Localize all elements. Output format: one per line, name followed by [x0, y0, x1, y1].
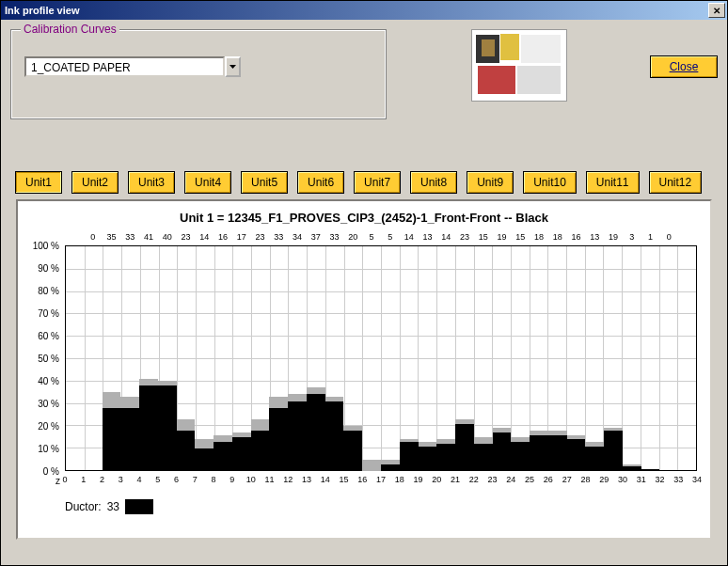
bar-top-label: 19	[497, 232, 506, 242]
close-button[interactable]: Close	[650, 55, 718, 78]
tab-unit6[interactable]: Unit6	[297, 171, 344, 194]
x-tick-label: 12	[283, 475, 293, 484]
x-tick-label: 10	[246, 475, 256, 484]
top-value-labels: 0353341402314161723333437332055141314231…	[65, 232, 697, 244]
bar-top-label: 16	[572, 232, 581, 242]
tab-unit9[interactable]: Unit9	[467, 171, 514, 194]
tab-unit4[interactable]: Unit4	[184, 171, 231, 194]
zone-bar	[548, 245, 567, 471]
zone-bar	[139, 245, 158, 471]
zone-bar	[84, 245, 103, 471]
zone-bar	[307, 245, 325, 471]
bar-top-label: 18	[553, 232, 562, 242]
x-tick-label: 25	[525, 475, 534, 484]
x-tick-label: 21	[451, 475, 460, 484]
zone-bar	[158, 245, 177, 471]
zone-bar	[474, 245, 493, 471]
tab-unit5[interactable]: Unit5	[241, 171, 288, 194]
ink-profile-window: Ink profile view ✕ Calibration Curves 1_…	[0, 0, 728, 566]
x-tick-label: 34	[692, 475, 702, 484]
bar-top-label: 33	[274, 232, 283, 242]
x-tick-label: 15	[339, 475, 348, 484]
x-tick-label: 0	[62, 475, 67, 484]
ductor-display: Ductor: 33	[65, 499, 701, 514]
combo-value[interactable]: 1_COATED PAPER	[24, 56, 225, 77]
bar-top-label: 40	[163, 232, 172, 242]
x-tick-label: 18	[395, 475, 404, 484]
x-tick-label: 30	[618, 475, 627, 484]
window-close-icon[interactable]: ✕	[708, 3, 725, 18]
x-tick-label: 20	[432, 475, 441, 484]
tab-unit2[interactable]: Unit2	[71, 171, 119, 194]
preview-thumbnail	[471, 29, 567, 102]
zone-bar	[455, 245, 474, 471]
x-tick-label: 24	[506, 475, 515, 484]
unit-tabs: Unit1Unit2Unit3Unit4Unit5Unit6Unit7Unit8…	[15, 171, 718, 194]
y-tick-label: 20 %	[38, 421, 59, 432]
x-tick-label: 7	[193, 475, 198, 484]
x-tick-label: 6	[174, 475, 179, 484]
x-tick-label: 5	[155, 475, 160, 484]
zone-bar	[232, 245, 251, 471]
bar-top-label: 5	[370, 232, 374, 242]
x-tick-label: 22	[469, 475, 479, 484]
bar-top-label: 1	[648, 232, 653, 242]
ductor-color-box	[125, 499, 153, 514]
bar-top-label: 37	[311, 232, 321, 242]
x-tick-label: 3	[119, 475, 123, 484]
bar-top-label: 34	[293, 232, 302, 242]
window-title: Ink profile view	[5, 5, 79, 16]
zone-bar	[269, 245, 288, 471]
tab-unit1[interactable]: Unit1	[15, 171, 62, 194]
zone-bar	[381, 245, 400, 471]
chart-area: Unit 1 = 12345_F1_PROVES_CIP3_(2452)-1_F…	[16, 199, 712, 540]
zone-bar	[530, 245, 548, 471]
zone-bar	[641, 245, 660, 471]
x-tick-label: 23	[488, 475, 498, 484]
tab-unit7[interactable]: Unit7	[354, 171, 401, 194]
zone-bar	[195, 245, 214, 471]
tab-unit3[interactable]: Unit3	[128, 171, 175, 194]
bar-top-label: 0	[90, 232, 95, 242]
y-tick-label: 100 %	[33, 241, 59, 251]
z-axis-letter: z	[55, 476, 60, 486]
zone-bar	[585, 245, 604, 471]
bar-top-label: 0	[667, 232, 672, 242]
chart: 100 %90 %80 %70 %60 %50 %40 %30 %20 %10 …	[27, 234, 701, 488]
zone-bar	[343, 245, 362, 471]
bar-top-label: 18	[534, 232, 544, 242]
x-tick-label: 31	[637, 475, 646, 484]
tab-unit11[interactable]: Unit11	[586, 171, 640, 194]
zone-bar	[103, 245, 121, 471]
chart-title: Unit 1 = 12345_F1_PROVES_CIP3_(2452)-1_F…	[27, 211, 701, 225]
zone-bar	[214, 245, 232, 471]
y-tick-label: 60 %	[38, 331, 59, 341]
window-body: Calibration Curves 1_COATED PAPER Close …	[1, 20, 727, 555]
zone-bar	[120, 245, 139, 471]
x-tick-label: 16	[357, 475, 367, 484]
bar-top-label: 14	[199, 232, 209, 242]
y-tick-label: 30 %	[38, 399, 59, 409]
bar-top-label: 19	[609, 232, 618, 242]
y-tick-label: 50 %	[38, 354, 59, 364]
zone-bar	[659, 245, 678, 471]
zone-bar	[251, 245, 270, 471]
ductor-label: Ductor:	[65, 500, 102, 513]
zone-bar	[362, 245, 381, 471]
tab-unit8[interactable]: Unit8	[410, 171, 457, 194]
y-axis: 100 %90 %80 %70 %60 %50 %40 %30 %20 %10 …	[27, 245, 63, 471]
calibration-curve-select[interactable]: 1_COATED PAPER	[24, 56, 241, 77]
x-axis: 0123456789101112131415161718192021222324…	[65, 473, 697, 488]
combo-dropdown-button[interactable]	[225, 56, 241, 77]
y-tick-label: 80 %	[38, 286, 59, 296]
tab-unit10[interactable]: Unit10	[523, 171, 577, 194]
chevron-down-icon	[229, 65, 236, 69]
bar-top-label: 20	[348, 232, 357, 242]
bar-top-label: 14	[441, 232, 451, 242]
zone-bar	[623, 245, 641, 471]
x-tick-label: 26	[544, 475, 553, 484]
x-tick-label: 1	[81, 475, 86, 484]
y-tick-label: 10 %	[38, 444, 59, 454]
tab-unit12[interactable]: Unit12	[649, 171, 703, 194]
x-tick-label: 14	[321, 475, 330, 484]
